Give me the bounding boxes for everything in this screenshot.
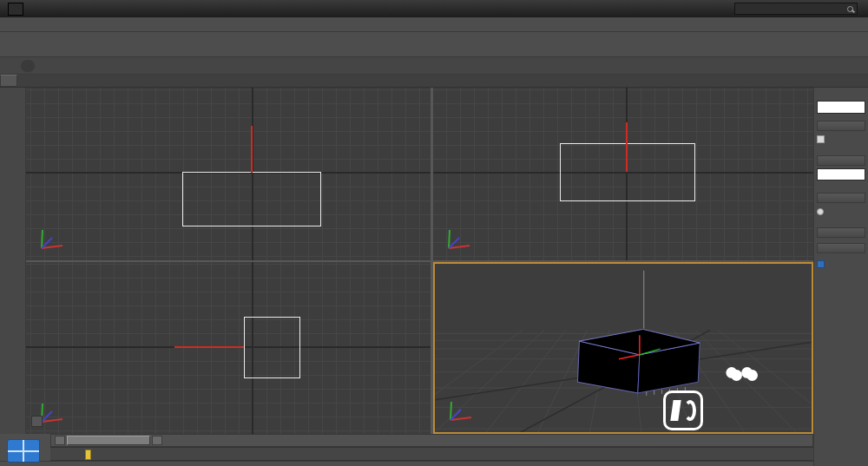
watermark-logo bbox=[663, 391, 703, 430]
infocenter bbox=[729, 3, 863, 15]
rollout-parameters[interactable] bbox=[817, 243, 865, 253]
ribbon-tab-bar bbox=[0, 57, 868, 75]
viewport-top[interactable] bbox=[26, 88, 431, 260]
previous-frame-button[interactable] bbox=[55, 436, 65, 445]
ribbon-panel-strip bbox=[0, 75, 868, 88]
gizmo-x-axis[interactable] bbox=[174, 346, 244, 348]
status-strip bbox=[0, 461, 813, 466]
checkbox-icon bbox=[817, 135, 825, 143]
box-wireframe[interactable] bbox=[182, 172, 321, 226]
search-box[interactable] bbox=[734, 3, 858, 15]
generate-mapping-checkbox[interactable] bbox=[817, 259, 865, 270]
time-marker[interactable] bbox=[85, 450, 91, 460]
axis-tripod bbox=[36, 227, 66, 253]
viewport-left[interactable] bbox=[26, 262, 431, 434]
cube-radio[interactable] bbox=[817, 206, 865, 217]
toolbar-expand-arrow[interactable] bbox=[31, 416, 43, 427]
gizmo-z-axis[interactable] bbox=[626, 122, 628, 172]
watermark-dot bbox=[731, 370, 742, 381]
rollout-object-type[interactable] bbox=[817, 121, 865, 131]
object-class-dropdown[interactable] bbox=[817, 101, 865, 114]
axis-tripod bbox=[445, 399, 475, 425]
next-frame-button[interactable] bbox=[152, 436, 162, 445]
title-bar bbox=[0, 0, 868, 17]
autogrid-checkbox[interactable] bbox=[817, 134, 865, 145]
watermark bbox=[661, 364, 868, 456]
viewport-front[interactable] bbox=[433, 88, 813, 260]
watermark-dot bbox=[746, 370, 758, 381]
time-slider-handle[interactable] bbox=[67, 436, 150, 445]
polygon-modeling-panel[interactable] bbox=[0, 75, 17, 87]
object-name-field[interactable] bbox=[817, 168, 865, 180]
rollout-creation-method[interactable] bbox=[817, 193, 865, 203]
left-toolbar bbox=[0, 88, 26, 434]
box-wireframe[interactable] bbox=[560, 143, 695, 201]
search-icon[interactable] bbox=[847, 6, 853, 12]
main-toolbar bbox=[0, 32, 868, 57]
ribbon-controls bbox=[21, 60, 35, 72]
viewport-layout-icon[interactable] bbox=[7, 439, 40, 463]
checkbox-checked-icon bbox=[817, 260, 825, 268]
rollout-name-and-color[interactable] bbox=[817, 155, 865, 166]
gizmo-y-axis[interactable] bbox=[251, 126, 253, 173]
search-input[interactable] bbox=[739, 4, 844, 13]
3ds-max-window bbox=[0, 0, 868, 466]
axis-tripod bbox=[444, 227, 473, 253]
box-wireframe[interactable] bbox=[244, 317, 300, 378]
radio-icon bbox=[817, 208, 824, 215]
rollout-keyboard-entry[interactable] bbox=[817, 227, 865, 238]
menu-bar bbox=[0, 17, 868, 32]
workspace-dropdown[interactable] bbox=[8, 3, 23, 16]
